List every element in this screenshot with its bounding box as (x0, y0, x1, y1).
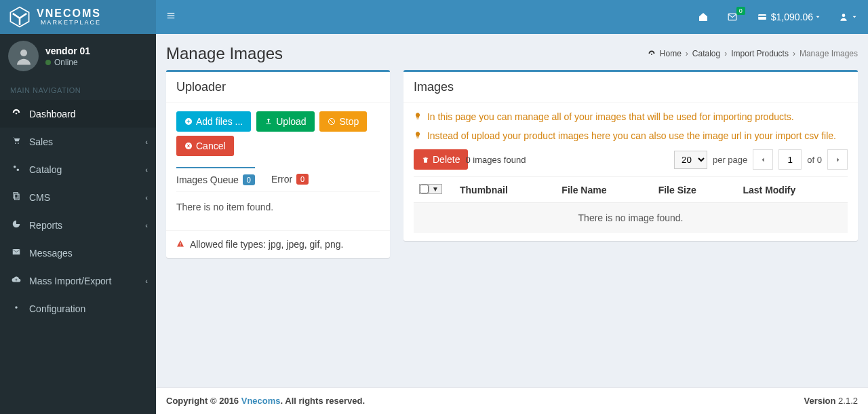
svg-point-7 (17, 169, 19, 172)
images-title: Images (403, 72, 858, 103)
add-files-button[interactable]: Add files ... (176, 111, 251, 132)
menu-toggle-button[interactable] (166, 11, 176, 23)
nav-header: MAIN NAVIGATION (0, 78, 156, 100)
sidebar: VNECOMS MARKETPLACE vendor 01 Online MAI… (0, 0, 156, 414)
tip-2: Instead of upload your product images he… (414, 130, 848, 141)
chevron-left-icon: ‹ (145, 166, 148, 174)
tab-queue-label: Images Queue (176, 174, 239, 185)
svg-rect-13 (167, 15, 175, 16)
nav-catalog[interactable]: Catalog ‹ (0, 155, 156, 183)
svg-rect-29 (423, 157, 428, 158)
select-all-caret[interactable]: ▼ (429, 185, 441, 193)
home-icon (698, 12, 709, 22)
chevron-left-icon: ‹ (145, 277, 148, 285)
images-box: Images In this page you can manage all o… (403, 70, 858, 241)
mail-link[interactable]: 0 (726, 12, 738, 22)
svg-point-2 (20, 50, 27, 56)
svg-line-23 (330, 119, 334, 124)
nav-sales[interactable]: Sales ‹ (0, 128, 156, 155)
nav-massio[interactable]: Mass Import/Export ‹ (0, 267, 156, 295)
nav-reports-label: Reports (29, 220, 62, 231)
next-page-button[interactable] (827, 149, 848, 170)
user-status-text: Online (54, 58, 78, 67)
cancel-label: Cancel (196, 140, 226, 151)
nav-dashboard[interactable]: Dashboard (0, 100, 156, 128)
svg-point-5 (18, 143, 19, 144)
stop-button[interactable]: Stop (319, 111, 367, 132)
svg-rect-8 (14, 193, 18, 198)
user-name: vendor 01 (45, 45, 90, 56)
perpage-select[interactable]: 20 (674, 151, 707, 169)
page-input[interactable] (778, 149, 802, 170)
mail-badge: 0 (736, 7, 745, 15)
perpage-label: per page (713, 155, 747, 165)
content: Manage Images Home › Catalog › Import Pr… (156, 34, 868, 387)
user-menu[interactable] (839, 12, 858, 22)
delete-button[interactable]: Delete (414, 149, 468, 170)
balance-link[interactable]: $1,090.06 (756, 12, 821, 22)
footer-brand-link[interactable]: Vnecoms (241, 396, 281, 406)
chevron-right-icon (835, 157, 841, 163)
tab-error[interactable]: Error 0 (271, 167, 309, 191)
images-empty: There is no image found. (414, 203, 848, 233)
lightbulb-icon (414, 111, 425, 122)
nav-cms-label: CMS (29, 192, 50, 203)
avatar (8, 41, 39, 71)
nav-config-label: Configuration (29, 303, 85, 314)
trash-icon (422, 156, 429, 164)
tab-queue[interactable]: Images Queue 0 (176, 167, 255, 191)
crumb-import[interactable]: Import Products (731, 49, 789, 58)
svg-rect-17 (758, 16, 766, 17)
stop-label: Stop (339, 116, 359, 127)
chevron-left-icon: ‹ (145, 138, 148, 146)
nav-cms[interactable]: CMS ‹ (0, 183, 156, 211)
footer: Copyright © 2016 Vnecoms. All rights res… (156, 387, 868, 414)
upload-icon (264, 117, 273, 126)
crumb-catalog[interactable]: Catalog (692, 49, 720, 58)
select-all-checkbox[interactable] (420, 185, 429, 193)
nav-messages[interactable]: Messages (0, 239, 156, 267)
bars-icon (166, 11, 176, 20)
svg-rect-12 (167, 13, 175, 14)
times-circle-icon (184, 142, 193, 150)
content-header: Manage Images Home › Catalog › Import Pr… (156, 34, 868, 70)
logo[interactable]: VNECOMS MARKETPLACE (0, 0, 156, 34)
crumb-current: Manage Images (800, 49, 858, 58)
card-icon (756, 12, 768, 22)
version: Version 2.1.2 (804, 396, 858, 406)
gear-icon (10, 303, 22, 314)
allowed-text: Allowed file types: jpg, jpeg, gif, png. (190, 239, 343, 250)
pie-icon (10, 219, 22, 231)
th-filename: File Name (556, 177, 652, 203)
upload-label: Upload (276, 116, 306, 127)
nav-reports[interactable]: Reports ‹ (0, 211, 156, 239)
nav-dashboard-label: Dashboard (29, 109, 76, 119)
user-icon (839, 12, 848, 22)
home-link[interactable] (698, 12, 709, 22)
dashboard-icon (648, 50, 656, 58)
breadcrumb: Home › Catalog › Import Products › Manag… (648, 49, 858, 58)
crumb-home[interactable]: Home (660, 49, 682, 58)
lightbulb-icon (414, 130, 425, 141)
svg-rect-26 (180, 246, 181, 246)
nav-config[interactable]: Configuration (0, 295, 156, 322)
svg-rect-10 (13, 249, 20, 255)
th-filesize: File Size (653, 177, 738, 203)
caret-down-icon (814, 14, 821, 20)
cancel-button[interactable]: Cancel (176, 136, 234, 156)
tip-1: In this page you can manage all of your … (414, 111, 848, 122)
delete-label: Delete (433, 154, 460, 165)
upload-button[interactable]: Upload (256, 111, 314, 132)
user-panel: vendor 01 Online (0, 34, 156, 78)
svg-point-18 (842, 14, 846, 17)
page-of: of 0 (807, 155, 822, 165)
dashboard-icon (10, 108, 22, 119)
add-files-label: Add files ... (196, 116, 243, 127)
images-toolbar: Delete 0 images found 20 per page (414, 149, 848, 170)
select-all[interactable]: ▼ (419, 184, 442, 194)
prev-page-button[interactable] (753, 149, 773, 170)
nav-catalog-label: Catalog (29, 164, 62, 175)
svg-rect-27 (417, 119, 419, 119)
svg-rect-14 (167, 18, 175, 18)
page-title: Manage Images (166, 44, 283, 63)
